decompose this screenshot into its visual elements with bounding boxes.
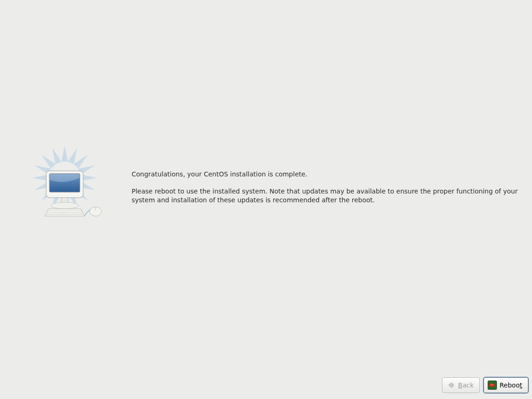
back-button: Back: [442, 377, 480, 393]
navigation-buttons: Back Reboot: [442, 377, 528, 393]
instructions-text: Please reboot to use the installed syste…: [132, 187, 518, 205]
arrow-left-icon: [446, 381, 455, 390]
congrats-text: Congratulations, your CentOS installatio…: [132, 170, 518, 179]
arrow-right-icon: [488, 381, 497, 390]
completion-text: Congratulations, your CentOS installatio…: [132, 170, 518, 213]
computer-icon: [16, 139, 113, 226]
reboot-button[interactable]: Reboot: [484, 377, 528, 393]
completion-illustration: [14, 139, 115, 226]
main-content: Congratulations, your CentOS installatio…: [14, 139, 518, 226]
svg-point-3: [51, 202, 79, 209]
